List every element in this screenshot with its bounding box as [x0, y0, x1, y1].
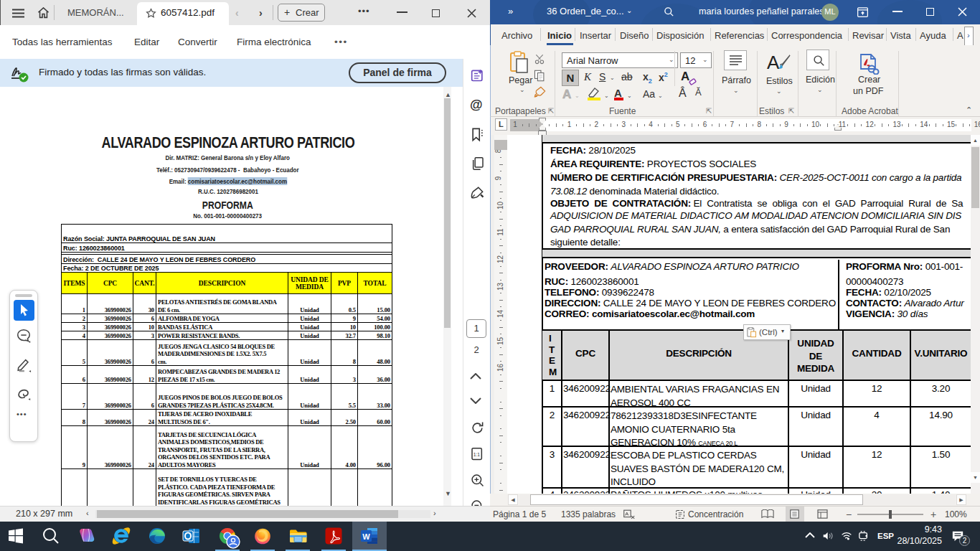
- svg-text:1:1: 1:1: [473, 452, 481, 457]
- svg-text:W: W: [362, 532, 370, 541]
